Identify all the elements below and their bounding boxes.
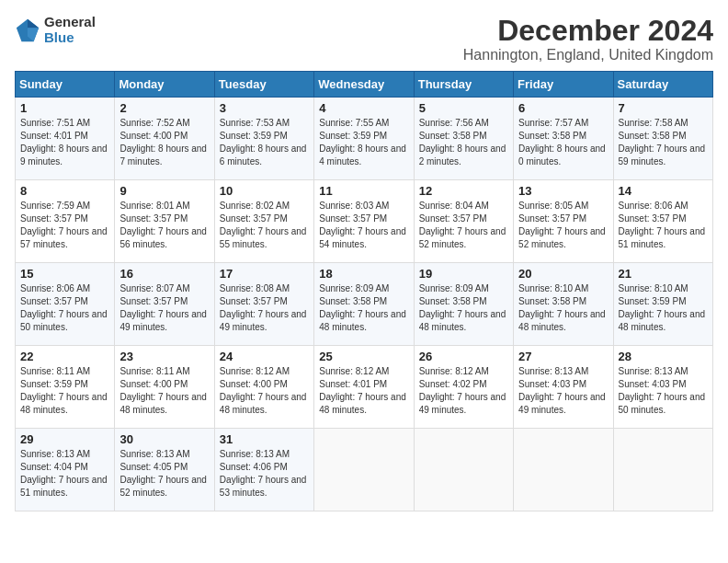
calendar-cell: 14Sunrise: 8:06 AMSunset: 3:57 PMDayligh… — [613, 180, 712, 263]
day-number: 30 — [119, 432, 209, 446]
calendar-cell: 27Sunrise: 8:13 AMSunset: 4:03 PMDayligh… — [514, 346, 613, 429]
calendar-cell: 13Sunrise: 8:05 AMSunset: 3:57 PMDayligh… — [514, 180, 613, 263]
day-info: Sunrise: 8:13 AMSunset: 4:05 PMDaylight:… — [119, 448, 209, 500]
header-row: SundayMondayTuesdayWednesdayThursdayFrid… — [16, 72, 713, 98]
day-info: Sunrise: 7:57 AMSunset: 3:58 PMDaylight:… — [518, 117, 608, 168]
day-info: Sunrise: 8:09 AMSunset: 3:58 PMDaylight:… — [319, 282, 408, 334]
day-info: Sunrise: 8:10 AMSunset: 3:58 PMDaylight:… — [518, 282, 608, 334]
day-info: Sunrise: 8:03 AMSunset: 3:57 PMDaylight:… — [319, 200, 408, 251]
day-number: 19 — [419, 267, 508, 281]
day-info: Sunrise: 7:58 AMSunset: 3:58 PMDaylight:… — [619, 117, 708, 168]
calendar-cell: 21Sunrise: 8:10 AMSunset: 3:59 PMDayligh… — [613, 263, 712, 346]
calendar-cell — [613, 429, 712, 511]
logo-line1: General — [44, 15, 96, 30]
calendar-cell: 2Sunrise: 7:52 AMSunset: 4:00 PMDaylight… — [115, 98, 214, 180]
calendar-title: December 2024 — [463, 15, 713, 47]
day-number: 26 — [419, 350, 508, 363]
day-number: 9 — [119, 184, 209, 198]
calendar-header: SundayMondayTuesdayWednesdayThursdayFrid… — [16, 72, 713, 98]
header-wednesday: Wednesday — [314, 72, 414, 98]
calendar-cell — [414, 429, 513, 511]
day-info: Sunrise: 8:01 AMSunset: 3:57 PMDaylight:… — [119, 200, 209, 251]
day-number: 8 — [20, 184, 109, 198]
calendar-cell: 19Sunrise: 8:09 AMSunset: 3:58 PMDayligh… — [414, 263, 513, 346]
day-number: 10 — [220, 184, 309, 198]
day-number: 15 — [20, 267, 109, 281]
calendar-cell: 12Sunrise: 8:04 AMSunset: 3:57 PMDayligh… — [414, 180, 513, 263]
day-info: Sunrise: 8:13 AMSunset: 4:06 PMDaylight:… — [220, 448, 309, 500]
day-info: Sunrise: 7:56 AMSunset: 3:58 PMDaylight:… — [419, 117, 508, 168]
day-number: 23 — [119, 350, 209, 363]
day-number: 13 — [518, 184, 608, 198]
header-tuesday: Tuesday — [214, 72, 313, 98]
calendar-cell: 18Sunrise: 8:09 AMSunset: 3:58 PMDayligh… — [314, 263, 414, 346]
calendar-cell: 15Sunrise: 8:06 AMSunset: 3:57 PMDayligh… — [16, 263, 115, 346]
day-number: 21 — [619, 267, 708, 281]
logo-icon — [15, 17, 40, 43]
day-number: 27 — [518, 350, 608, 363]
day-number: 7 — [619, 101, 708, 115]
calendar-cell: 20Sunrise: 8:10 AMSunset: 3:58 PMDayligh… — [514, 263, 613, 346]
day-info: Sunrise: 8:13 AMSunset: 4:03 PMDaylight:… — [619, 365, 708, 417]
header-thursday: Thursday — [414, 72, 513, 98]
calendar-cell: 7Sunrise: 7:58 AMSunset: 3:58 PMDaylight… — [613, 98, 712, 180]
day-number: 14 — [619, 184, 708, 198]
day-info: Sunrise: 8:08 AMSunset: 3:57 PMDaylight:… — [220, 282, 309, 334]
calendar-cell: 24Sunrise: 8:12 AMSunset: 4:00 PMDayligh… — [214, 346, 313, 429]
calendar-cell: 5Sunrise: 7:56 AMSunset: 3:58 PMDaylight… — [414, 98, 513, 180]
title-area: December 2024 Hannington, England, Unite… — [463, 15, 713, 63]
day-number: 22 — [20, 350, 109, 363]
calendar-cell — [514, 429, 613, 511]
day-info: Sunrise: 7:55 AMSunset: 3:59 PMDaylight:… — [319, 117, 408, 168]
week-row-3: 15Sunrise: 8:06 AMSunset: 3:57 PMDayligh… — [16, 263, 713, 346]
day-number: 3 — [220, 101, 309, 115]
day-number: 25 — [319, 350, 408, 363]
day-number: 17 — [220, 267, 309, 281]
day-info: Sunrise: 8:11 AMSunset: 3:59 PMDaylight:… — [20, 365, 109, 417]
calendar-cell: 11Sunrise: 8:03 AMSunset: 3:57 PMDayligh… — [314, 180, 414, 263]
calendar-cell: 8Sunrise: 7:59 AMSunset: 3:57 PMDaylight… — [16, 180, 115, 263]
calendar-cell: 17Sunrise: 8:08 AMSunset: 3:57 PMDayligh… — [214, 263, 313, 346]
day-number: 2 — [119, 101, 209, 115]
day-number: 6 — [518, 101, 608, 115]
header-saturday: Saturday — [613, 72, 712, 98]
day-info: Sunrise: 7:51 AMSunset: 4:01 PMDaylight:… — [20, 117, 109, 168]
day-info: Sunrise: 8:07 AMSunset: 3:57 PMDaylight:… — [119, 282, 209, 334]
week-row-2: 8Sunrise: 7:59 AMSunset: 3:57 PMDaylight… — [16, 180, 713, 263]
calendar-cell: 23Sunrise: 8:11 AMSunset: 4:00 PMDayligh… — [115, 346, 214, 429]
day-info: Sunrise: 7:53 AMSunset: 3:59 PMDaylight:… — [220, 117, 309, 168]
calendar-table: SundayMondayTuesdayWednesdayThursdayFrid… — [15, 71, 713, 511]
day-info: Sunrise: 8:12 AMSunset: 4:02 PMDaylight:… — [419, 365, 508, 417]
calendar-cell: 29Sunrise: 8:13 AMSunset: 4:04 PMDayligh… — [16, 429, 115, 511]
day-number: 18 — [319, 267, 408, 281]
calendar-cell: 1Sunrise: 7:51 AMSunset: 4:01 PMDaylight… — [16, 98, 115, 180]
calendar-cell: 22Sunrise: 8:11 AMSunset: 3:59 PMDayligh… — [16, 346, 115, 429]
logo: General Blue — [15, 15, 96, 45]
calendar-cell: 26Sunrise: 8:12 AMSunset: 4:02 PMDayligh… — [414, 346, 513, 429]
calendar-cell: 30Sunrise: 8:13 AMSunset: 4:05 PMDayligh… — [115, 429, 214, 511]
day-number: 11 — [319, 184, 408, 198]
day-info: Sunrise: 8:11 AMSunset: 4:00 PMDaylight:… — [119, 365, 209, 417]
week-row-1: 1Sunrise: 7:51 AMSunset: 4:01 PMDaylight… — [16, 98, 713, 180]
day-number: 5 — [419, 101, 508, 115]
page-header: General Blue December 2024 Hannington, E… — [15, 15, 713, 63]
day-number: 20 — [518, 267, 608, 281]
day-info: Sunrise: 8:06 AMSunset: 3:57 PMDaylight:… — [20, 282, 109, 334]
day-number: 29 — [20, 432, 109, 446]
day-info: Sunrise: 8:10 AMSunset: 3:59 PMDaylight:… — [619, 282, 708, 334]
day-info: Sunrise: 8:12 AMSunset: 4:01 PMDaylight:… — [319, 365, 408, 417]
day-info: Sunrise: 8:02 AMSunset: 3:57 PMDaylight:… — [220, 200, 309, 251]
calendar-cell: 16Sunrise: 8:07 AMSunset: 3:57 PMDayligh… — [115, 263, 214, 346]
svg-marker-1 — [28, 18, 39, 27]
calendar-cell: 9Sunrise: 8:01 AMSunset: 3:57 PMDaylight… — [115, 180, 214, 263]
day-info: Sunrise: 8:04 AMSunset: 3:57 PMDaylight:… — [419, 200, 508, 251]
day-info: Sunrise: 8:09 AMSunset: 3:58 PMDaylight:… — [419, 282, 508, 334]
week-row-4: 22Sunrise: 8:11 AMSunset: 3:59 PMDayligh… — [16, 346, 713, 429]
calendar-subtitle: Hannington, England, United Kingdom — [463, 47, 713, 63]
day-number: 31 — [220, 432, 309, 446]
day-number: 28 — [619, 350, 708, 363]
calendar-cell — [314, 429, 414, 511]
day-info: Sunrise: 8:13 AMSunset: 4:03 PMDaylight:… — [518, 365, 608, 417]
calendar-cell: 25Sunrise: 8:12 AMSunset: 4:01 PMDayligh… — [314, 346, 414, 429]
calendar-cell: 4Sunrise: 7:55 AMSunset: 3:59 PMDaylight… — [314, 98, 414, 180]
